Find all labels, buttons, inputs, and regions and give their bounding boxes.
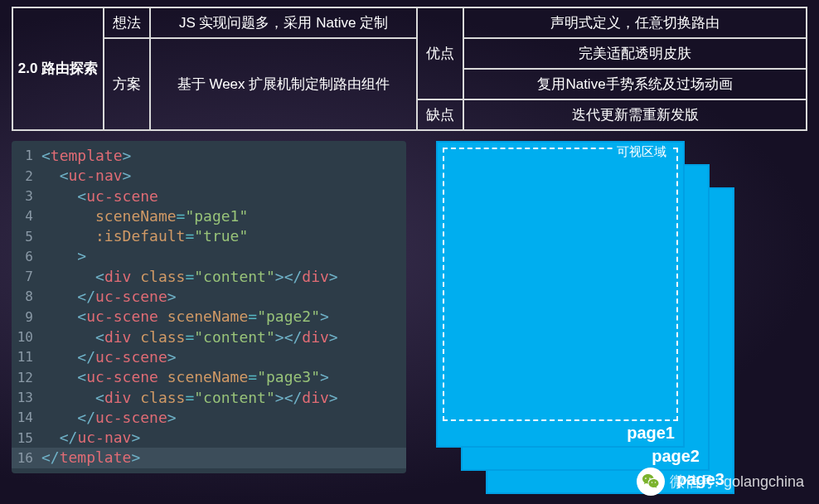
line-number: 8 xyxy=(12,288,41,306)
watermark-id: golangchina xyxy=(724,473,804,491)
code-line: 16</template> xyxy=(12,448,406,468)
comparison-table: 2.0 路由探索 想法 JS 实现问题多，采用 Native 定制 优点 声明式… xyxy=(0,0,819,131)
code-line: 2 <uc-nav> xyxy=(12,166,406,186)
watermark-prefix: 微信号: xyxy=(670,472,719,492)
line-number: 16 xyxy=(12,449,41,468)
code-line: 1<template> xyxy=(12,146,406,166)
row-text: 基于 Weex 扩展机制定制路由组件 xyxy=(150,38,417,130)
page-stack-diagram: page3 page2 可视区域 page1 xyxy=(428,141,809,497)
wechat-icon xyxy=(637,468,665,496)
code-line: 9 <uc-scene sceneName="page2"> xyxy=(12,307,406,327)
viewport-label: 可视区域 xyxy=(613,144,670,160)
line-number: 12 xyxy=(12,369,41,387)
line-number: 13 xyxy=(12,389,41,407)
code-snippet: 1<template>2 <uc-nav>3 <uc-scene4 sceneN… xyxy=(12,141,406,473)
pros-item: 声明式定义，任意切换路由 xyxy=(463,7,807,38)
page-label: page1 xyxy=(627,424,675,443)
code-line: 15 </uc-nav> xyxy=(12,428,406,448)
code-line: 4 sceneName="page1" xyxy=(12,206,406,226)
wechat-watermark: 微信号: golangchina xyxy=(637,468,804,496)
line-number: 4 xyxy=(12,207,41,225)
row-text: JS 实现问题多，采用 Native 定制 xyxy=(150,7,417,38)
line-number: 6 xyxy=(12,248,41,266)
code-line: 14 </uc-scene> xyxy=(12,408,406,428)
page-label: page2 xyxy=(652,447,700,466)
code-line: 11 </uc-scene> xyxy=(12,347,406,367)
table-header-cell: 2.0 路由探索 xyxy=(12,7,104,130)
code-line: 6 > xyxy=(12,246,406,266)
code-line: 12 <uc-scene sceneName="page3"> xyxy=(12,367,406,387)
row-label: 方案 xyxy=(104,38,150,130)
line-number: 14 xyxy=(12,409,41,427)
line-number: 10 xyxy=(12,328,41,346)
row-label: 想法 xyxy=(104,7,150,38)
line-number: 1 xyxy=(12,147,41,165)
line-number: 5 xyxy=(12,228,41,246)
code-line: 10 <div class="content"></div> xyxy=(12,327,406,347)
cons-item: 迭代更新需重新发版 xyxy=(463,99,807,130)
code-line: 5 :isDefault="true" xyxy=(12,226,406,246)
pros-item: 完美适配透明皮肤 xyxy=(463,38,807,69)
line-number: 3 xyxy=(12,187,41,206)
line-number: 2 xyxy=(12,167,41,186)
page-card: 可视区域 page1 xyxy=(436,141,685,448)
line-number: 15 xyxy=(12,429,41,448)
code-line: 13 <div class="content"></div> xyxy=(12,388,406,408)
line-number: 9 xyxy=(12,308,41,327)
code-line: 7 <div class="content"></div> xyxy=(12,267,406,287)
line-number: 7 xyxy=(12,268,41,286)
code-line: 8 </uc-scene> xyxy=(12,287,406,307)
pros-item: 复用Native手势系统及过场动画 xyxy=(463,69,807,99)
cons-label: 缺点 xyxy=(417,99,463,130)
pros-label: 优点 xyxy=(417,7,463,99)
line-number: 11 xyxy=(12,348,41,366)
viewport-dashed-box: 可视区域 xyxy=(443,148,678,421)
code-line: 3 <uc-scene xyxy=(12,187,406,206)
